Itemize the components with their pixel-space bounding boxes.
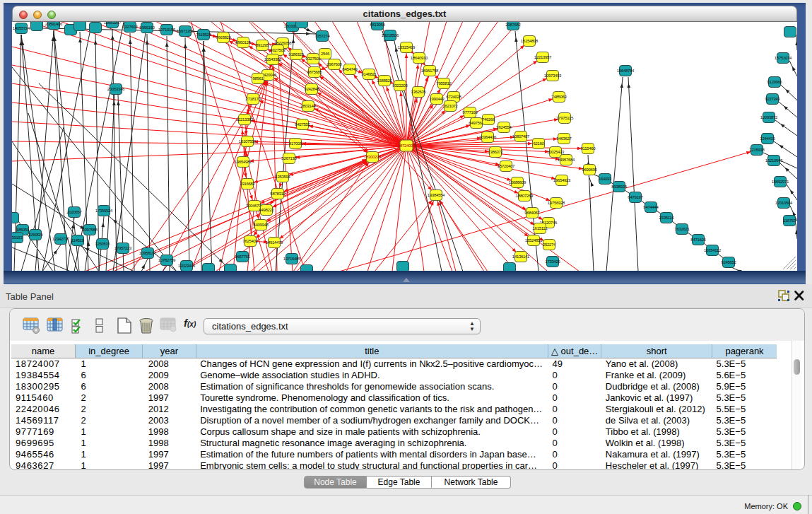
svg-text:9498222: 9498222 (259, 208, 274, 212)
svg-text:9242848: 9242848 (304, 87, 319, 91)
svg-text:39153: 39153 (12, 235, 23, 240)
svg-text:116753: 116753 (783, 218, 796, 223)
svg-text:8960124: 8960124 (235, 40, 251, 45)
svg-text:9699695: 9699695 (582, 168, 597, 172)
svg-text:17359924: 17359924 (95, 209, 113, 213)
svg-text:10807487: 10807487 (512, 134, 530, 139)
svg-text:9227343: 9227343 (765, 97, 780, 101)
svg-text:10958197: 10958197 (139, 251, 157, 255)
svg-text:14136141: 14136141 (512, 255, 530, 259)
svg-text:1362635: 1362635 (411, 90, 426, 94)
svg-text:19384554: 19384554 (428, 193, 445, 197)
svg-text:3624554: 3624554 (496, 125, 512, 129)
svg-text:8813054: 8813054 (370, 23, 385, 27)
svg-text:1327602: 1327602 (122, 25, 138, 29)
svg-text:1353594: 1353594 (275, 175, 290, 179)
svg-text:6966160: 6966160 (139, 25, 155, 30)
svg-text:20364436: 20364436 (479, 135, 497, 139)
svg-text:2020657: 2020657 (66, 210, 82, 214)
svg-text:1990443: 1990443 (429, 97, 445, 101)
svg-text:19756928: 19756928 (548, 201, 565, 205)
svg-text:9463627: 9463627 (556, 136, 572, 141)
svg-text:9684067: 9684067 (524, 211, 540, 215)
svg-text:13716485: 13716485 (283, 257, 301, 261)
svg-text:3215938: 3215938 (749, 148, 765, 152)
svg-text:19218506: 19218506 (382, 33, 399, 37)
svg-text:1244415: 1244415 (760, 136, 775, 141)
svg-text:1733426: 1733426 (545, 259, 560, 264)
svg-text:18300295: 18300295 (364, 155, 382, 159)
svg-text:16154808: 16154808 (521, 39, 539, 43)
svg-text:5267130: 5267130 (281, 156, 297, 160)
svg-text:10719155: 10719155 (158, 28, 176, 32)
svg-text:9777169: 9777169 (462, 110, 478, 115)
svg-text:10973493: 10973493 (544, 74, 562, 78)
svg-text:8322203: 8322203 (392, 83, 408, 88)
svg-text:7663822: 7663822 (216, 35, 231, 40)
svg-text:19654982: 19654982 (235, 160, 252, 164)
svg-text:252274: 252274 (543, 243, 556, 247)
svg-text:7386372: 7386372 (488, 150, 503, 154)
svg-text:12213957: 12213957 (534, 55, 552, 59)
svg-text:10654112: 10654112 (704, 248, 722, 252)
svg-text:7485063: 7485063 (551, 95, 567, 99)
svg-text:16107553: 16107553 (239, 139, 257, 144)
svg-text:817008: 817008 (289, 141, 302, 146)
svg-text:6479197: 6479197 (628, 195, 643, 199)
svg-text:15751074: 15751074 (775, 56, 792, 60)
svg-text:15692971: 15692971 (772, 180, 789, 184)
svg-text:10025433: 10025433 (547, 150, 565, 154)
svg-text:9146821: 9146821 (361, 72, 377, 76)
svg-text:1916682: 1916682 (240, 182, 255, 186)
svg-text:8454749: 8454749 (342, 67, 358, 71)
svg-text:9474444: 9474444 (643, 205, 659, 209)
svg-text:12093872: 12093872 (760, 115, 778, 119)
svg-text:18807269: 18807269 (516, 194, 534, 198)
svg-text:12213383: 12213383 (236, 117, 254, 122)
svg-text:8938928: 8938928 (611, 185, 627, 189)
svg-text:14957684: 14957684 (558, 158, 575, 162)
svg-text:2546: 2546 (321, 52, 330, 56)
svg-text:16671355: 16671355 (177, 29, 194, 33)
svg-text:9327503: 9327503 (270, 48, 286, 52)
svg-text:7632621: 7632621 (674, 227, 690, 231)
svg-text:8186323: 8186323 (288, 52, 304, 57)
svg-text:114519: 114519 (71, 238, 85, 243)
svg-text:5878312: 5878312 (270, 192, 286, 196)
svg-text:14055724: 14055724 (13, 26, 30, 30)
svg-text:7625402: 7625402 (242, 239, 258, 243)
svg-text:16210643: 16210643 (765, 158, 783, 163)
svg-text:2967608: 2967608 (326, 62, 342, 66)
svg-text:9115460: 9115460 (581, 146, 596, 151)
svg-text:16648784: 16648784 (617, 69, 635, 73)
svg-text:18640910: 18640910 (411, 56, 428, 60)
svg-text:15720407: 15720407 (498, 164, 515, 168)
svg-text:10782759: 10782759 (158, 258, 176, 262)
svg-text:14914479: 14914479 (266, 240, 283, 245)
svg-text:9097588: 9097588 (82, 228, 98, 232)
svg-text:164093: 164093 (599, 177, 612, 181)
svg-text:7515524: 7515524 (196, 33, 211, 37)
svg-text:1588520: 1588520 (377, 78, 392, 83)
svg-text:62160: 62160 (533, 141, 544, 146)
svg-text:746266: 746266 (482, 117, 495, 122)
svg-text:17975115: 17975115 (556, 116, 574, 120)
svg-text:13524851: 13524851 (525, 238, 543, 243)
svg-text:1156829: 1156829 (28, 233, 44, 237)
svg-text:20053346: 20053346 (107, 87, 125, 91)
svg-text:20891406: 20891406 (45, 22, 63, 26)
svg-text:18724007: 18724007 (398, 144, 416, 148)
svg-text:891295: 891295 (256, 43, 269, 47)
svg-text:10543382: 10543382 (264, 57, 282, 62)
svg-text:2803144: 2803144 (300, 104, 316, 108)
svg-text:8471626: 8471626 (690, 238, 706, 242)
svg-text:2718170: 2718170 (245, 97, 261, 101)
svg-text:1615112: 1615112 (533, 226, 548, 230)
svg-text:9245652: 9245652 (721, 260, 736, 264)
svg-text:12342737: 12342737 (52, 237, 70, 241)
svg-text:6724028: 6724028 (446, 95, 461, 99)
svg-text:9129966: 9129966 (767, 80, 782, 84)
svg-text:19654923: 19654923 (553, 178, 571, 182)
svg-text:10688609: 10688609 (509, 180, 526, 185)
svg-text:7955812: 7955812 (436, 81, 452, 86)
